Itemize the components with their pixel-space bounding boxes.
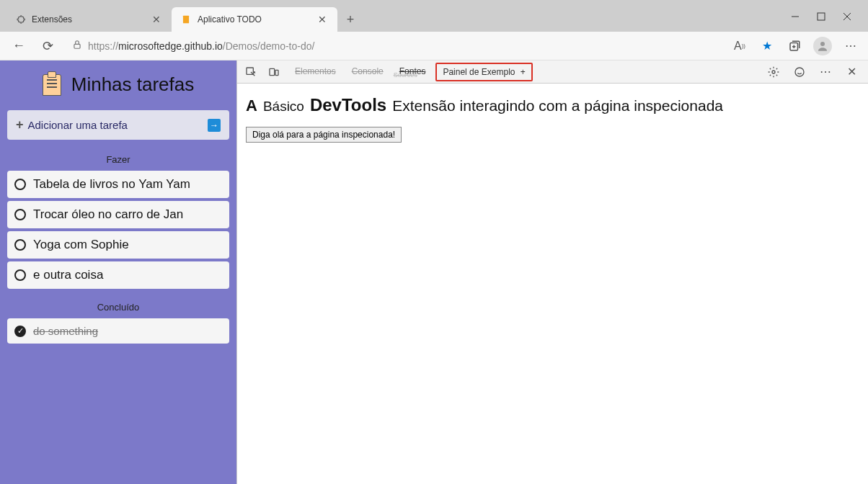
task-item[interactable]: Trocar óleo no carro de Jan [7,201,229,228]
window-titlebar: Extensões ✕ Aplicativo TODO ✕ + [0,0,868,32]
lock-icon [72,40,82,53]
new-tab-button[interactable]: + [340,9,360,30]
svg-rect-11 [270,68,275,75]
svg-rect-2 [818,13,825,20]
task-text: Yoga com Sophie [33,238,129,252]
device-icon[interactable] [266,64,282,80]
svg-point-9 [820,42,825,46]
task-checkbox[interactable] [14,239,26,251]
tab-label: Extensões [32,14,144,24]
tab-aplicativo-todo[interactable]: Aplicativo TODO ✕ [172,7,337,32]
todo-header: Minhas tarefas [7,73,229,96]
todo-section-label: Fazer [7,154,229,165]
devtools-right-icons: ⋯ ✕ [766,64,862,80]
gear-icon[interactable] [766,64,781,80]
window-controls [789,10,862,32]
task-text: do something [33,325,98,337]
task-item[interactable]: Tabela de livros no Yam Yam [7,171,229,198]
address-bar: ← ⟳ https://microsoftedge.github.io/Demo… [0,32,868,60]
done-section-label: Concluído [7,302,229,313]
task-item[interactable]: do something [7,318,229,344]
back-button[interactable]: ← [9,36,29,56]
favorite-icon[interactable]: ★ [758,37,776,55]
tab-extensoes[interactable]: Extensões ✕ [6,7,172,32]
done-list: do something [7,318,229,344]
maximize-button[interactable] [815,10,828,23]
profile-avatar[interactable] [813,37,832,55]
devtools-content: A Básico DevTools Extensão interagindo c… [237,84,868,154]
more-icon[interactable]: ⋯ [842,37,859,55]
url-field[interactable]: https://microsoftedge.github.io/Demos/de… [66,40,722,53]
svg-rect-5 [74,44,80,48]
url-text: https://microsoftedge.github.io/Demos/de… [88,40,314,52]
close-devtools-icon[interactable]: ✕ [843,64,859,80]
task-item[interactable]: Yoga com Sophie [7,231,229,259]
refresh-button[interactable]: ⟳ [37,36,58,56]
add-task-label: + Adicionar uma tarefa [16,117,128,133]
page-title: Minhas tarefas [71,73,195,96]
tab-fontes[interactable]: FontesSources [394,62,432,82]
panel-heading: A Básico DevTools Extensão interagindo c… [246,95,859,115]
svg-rect-12 [275,70,278,75]
svg-point-13 [772,71,775,73]
svg-rect-0 [183,16,189,24]
main-content: Minhas tarefas + Adicionar uma tarefa → … [0,60,868,484]
task-text: Trocar óleo no carro de Jan [33,207,183,222]
tab-console[interactable]: Console [346,62,389,82]
devtools-tabbar: Elementos Console FontesSources Painel d… [237,60,868,84]
read-aloud-icon[interactable]: A)) [731,37,748,55]
collections-icon[interactable] [786,37,803,55]
clipboard-icon [43,74,61,96]
task-text: e outra coisa [33,268,103,282]
toolbar-icons: A)) ★ ⋯ [731,37,859,55]
browser-tabs: Extensões ✕ Aplicativo TODO ✕ + [6,0,789,32]
task-checkbox[interactable] [14,179,26,190]
tab-label: Aplicativo TODO [198,14,310,24]
todo-list: Tabela de livros no Yam Yam Trocar óleo … [7,171,229,289]
task-checkbox[interactable] [14,269,26,281]
inspect-icon[interactable] [243,64,259,80]
tab-elementos[interactable]: Elementos [289,62,342,82]
say-hello-button[interactable]: Diga olá para a página inspecionada! [246,127,402,143]
more-icon[interactable]: ⋯ [818,64,833,80]
task-checkbox[interactable] [14,209,26,220]
submit-task-button[interactable]: → [208,119,221,132]
close-icon[interactable]: ✕ [150,14,163,25]
add-task-input[interactable]: + Adicionar uma tarefa → [7,110,229,140]
puzzle-icon [14,14,26,25]
close-window-button[interactable] [841,10,854,23]
task-text: Tabela de livros no Yam Yam [33,177,190,192]
task-item[interactable]: e outra coisa [7,261,229,289]
feedback-icon[interactable] [792,64,807,80]
svg-point-14 [795,68,804,76]
close-icon[interactable]: ✕ [316,14,329,25]
todo-app: Minhas tarefas + Adicionar uma tarefa → … [0,60,236,484]
doc-icon [180,14,192,25]
minimize-button[interactable] [789,10,802,23]
tab-painel-exemplo[interactable]: Painel de Exemplo + [435,63,532,81]
task-checkbox-checked[interactable] [14,326,26,337]
devtools-panel: Elementos Console FontesSources Painel d… [236,60,868,484]
